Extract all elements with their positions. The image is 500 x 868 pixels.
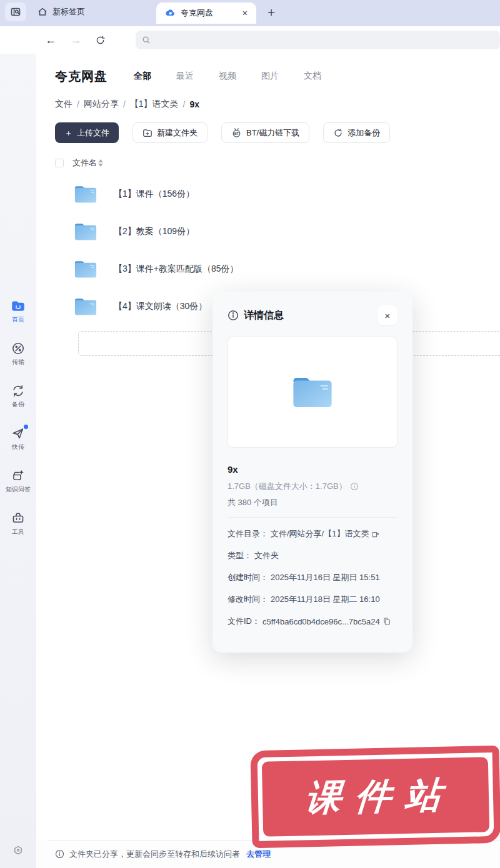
filter-tabs: 全部 最近 视频 图片 文档	[134, 71, 321, 82]
stamp-text: 课件站	[294, 771, 456, 822]
sidebar-label: 工具	[12, 528, 24, 536]
tab-label: 夸克网盘	[181, 7, 238, 19]
close-button[interactable]: ×	[378, 305, 398, 325]
back-icon[interactable]: ←	[45, 34, 56, 47]
detail-field-type: 类型： 文件夹	[228, 550, 398, 561]
crumb-files[interactable]: 文件	[55, 99, 72, 110]
upload-button[interactable]: ＋ 上传文件	[55, 122, 119, 143]
details-panel: 详情信息 × 9x 1.7GB（磁盘文件大小：1.7GB）	[212, 292, 412, 653]
browser-tab-newtab[interactable]: 新标签页	[29, 2, 122, 21]
sync-icon	[11, 383, 26, 398]
svg-text:BT: BT	[234, 132, 239, 136]
details-title: 详情信息	[244, 309, 378, 322]
tab-docs[interactable]: 文档	[304, 71, 321, 82]
browser-toolbar: ← →	[0, 26, 500, 54]
folder-name: 【2】教案（109份）	[114, 226, 194, 237]
sidebar-item-tools[interactable]: 工具	[1, 511, 36, 536]
detail-field-directory: 文件目录： 文件/网站分享/【1】语文类	[228, 528, 398, 540]
browser-tab-quark[interactable]: 夸克网盘 ×	[156, 2, 256, 24]
crumb-share[interactable]: 网站分享	[84, 99, 119, 110]
info-icon	[228, 310, 239, 321]
bt-magnet-icon: BT	[231, 127, 242, 138]
manage-share-link[interactable]: 去管理	[246, 849, 271, 860]
folder-preview	[228, 337, 398, 448]
transfer-icon	[11, 341, 26, 356]
share-notice-text: 文件夹已分享，更新会同步至转存和后续访问者	[69, 849, 240, 860]
forward-icon[interactable]: →	[70, 34, 81, 47]
browser-tabbar: 新标签页 夸克网盘 × ＋	[0, 0, 500, 26]
settings-icon	[12, 844, 24, 857]
tab-videos[interactable]: 视频	[219, 71, 236, 82]
search-icon	[142, 36, 151, 44]
sidebar-item-quickshare[interactable]: 快传	[1, 426, 36, 451]
sidebar-item-knowledge-qa[interactable]: 知识问答	[1, 468, 36, 494]
folder-name: 【4】课文朗读（30份）	[114, 301, 207, 312]
search-input[interactable]	[154, 36, 494, 45]
info-icon	[55, 849, 64, 859]
folder-icon	[74, 259, 98, 279]
folder-row[interactable]: 【2】教案（109份）	[55, 213, 500, 250]
kejianzhan-stamp: 课件站	[250, 746, 500, 848]
toolbox-icon	[11, 511, 26, 526]
tab-close-icon[interactable]: ×	[242, 8, 248, 18]
sidebar-label: 传输	[12, 358, 24, 367]
crumb-current: 9x	[189, 99, 199, 109]
new-tab-button[interactable]: ＋	[265, 4, 278, 21]
folder-name: 【1】课件（156份）	[114, 189, 194, 200]
divider	[228, 517, 398, 518]
folder-plus-icon	[142, 128, 152, 138]
detail-item-count: 共 380 个项目	[228, 497, 398, 508]
app-window: 新标签页 夸克网盘 × ＋ ← →	[0, 0, 500, 868]
breadcrumb: 文件 / 网站分享 / 【1】语文类 / 9x	[55, 99, 500, 110]
detail-size: 1.7GB（磁盘文件大小：1.7GB）	[228, 481, 398, 492]
sidebar-settings-button[interactable]	[12, 844, 24, 859]
close-icon: ×	[385, 310, 391, 321]
knowledge-box-icon	[11, 468, 26, 483]
goto-folder-icon[interactable]	[371, 530, 380, 538]
folder-row[interactable]: 【1】课件（156份）	[55, 175, 500, 213]
new-folder-button[interactable]: 新建文件夹	[132, 122, 208, 143]
select-all-checkbox[interactable]	[55, 159, 64, 167]
quark-logo-icon	[165, 8, 176, 19]
detail-field-created: 创建时间： 2025年11月16日 星期日 15:51	[228, 572, 398, 583]
detail-folder-name: 9x	[228, 464, 398, 475]
action-bar: ＋ 上传文件 新建文件夹 BT	[55, 122, 500, 143]
folder-icon	[74, 297, 98, 317]
info-icon[interactable]	[350, 482, 359, 491]
column-filename[interactable]: 文件名	[72, 157, 97, 169]
sidebar-item-home[interactable]: 首页	[1, 298, 36, 324]
sidebar-item-transfer[interactable]: 传输	[1, 341, 36, 367]
bt-download-button[interactable]: BT BT/磁力链下载	[221, 122, 309, 143]
browser-sidebar-search-button[interactable]	[5, 2, 26, 21]
main-content: 夸克网盘 全部 最近 视频 图片 文档 文件 / 网站分享 / 【1】语文类	[36, 54, 500, 868]
sort-icon[interactable]	[98, 159, 103, 167]
tab-all[interactable]: 全部	[134, 71, 151, 82]
tab-label: 新标签页	[52, 6, 114, 17]
sidebar-label: 知识问答	[6, 485, 31, 494]
send-plane-icon	[11, 426, 26, 441]
page-title: 夸克网盘	[55, 68, 108, 85]
refresh-icon[interactable]	[95, 35, 106, 46]
plus-icon: ＋	[64, 127, 72, 139]
tab-recent[interactable]: 最近	[176, 71, 194, 82]
folder-row[interactable]: 【3】课件+教案匹配版（85份）	[55, 250, 500, 288]
crumb-chinese[interactable]: 【1】语文类	[130, 99, 179, 110]
sidebar-label: 首页	[12, 315, 24, 324]
app-sidebar: 首页 传输 备份	[0, 54, 36, 868]
tab-images[interactable]: 图片	[261, 71, 279, 82]
address-search-bar[interactable]	[136, 31, 500, 49]
folder-icon-large	[291, 374, 334, 410]
sidebar-item-backup[interactable]: 备份	[1, 383, 36, 409]
home-smile-icon	[10, 298, 26, 313]
sidebar-search-icon	[11, 7, 21, 17]
detail-field-fileid: 文件ID： c5ff4ba6cd0b4dce96c...7bc5a24	[228, 616, 398, 627]
folder-icon	[74, 222, 98, 242]
sidebar-label: 快传	[12, 443, 24, 451]
detail-field-modified: 修改时间： 2025年11月18日 星期二 16:10	[228, 594, 398, 605]
folder-icon	[74, 184, 98, 204]
list-header: 文件名	[55, 157, 500, 169]
add-backup-button[interactable]: 添加备份	[323, 122, 390, 143]
copy-icon[interactable]	[382, 617, 391, 626]
sidebar-label: 备份	[12, 400, 24, 409]
notification-dot	[24, 425, 28, 429]
